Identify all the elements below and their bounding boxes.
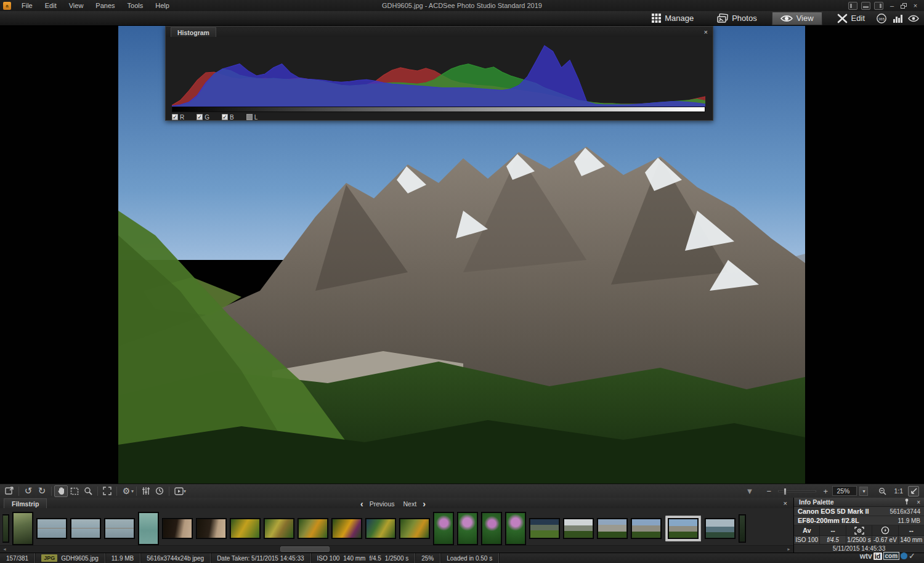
thumb-garden-5[interactable] bbox=[366, 519, 395, 538]
layout-bottom-pane-button[interactable] bbox=[861, 2, 870, 10]
collapse-panel-icon[interactable]: ▼ bbox=[746, 487, 754, 496]
filmstrip-tab[interactable]: Filmstrip bbox=[4, 498, 47, 508]
dashboard-icon[interactable] bbox=[890, 12, 906, 25]
rotate-right-icon[interactable]: ↻ bbox=[35, 485, 49, 497]
mode-manage-button[interactable]: Manage bbox=[643, 12, 702, 25]
auto-lens-icon[interactable] bbox=[153, 485, 166, 497]
thumb-mountain-4[interactable] bbox=[631, 519, 661, 538]
filmstrip-thumbnails bbox=[2, 510, 792, 547]
thumb-reflection-1[interactable] bbox=[37, 519, 67, 538]
thumb-bust-1[interactable] bbox=[163, 519, 192, 538]
thumb-mountain-1[interactable] bbox=[530, 519, 559, 538]
histogram-tab[interactable]: Histogram bbox=[171, 27, 216, 37]
external-editor-icon[interactable] bbox=[2, 485, 16, 497]
mode-bar: ManagePhotosViewEdit 365 bbox=[0, 11, 924, 26]
thumb-allium-1[interactable] bbox=[434, 512, 453, 545]
info-palette-title: Info Palette bbox=[794, 498, 834, 506]
pan-tool-icon[interactable] bbox=[54, 485, 68, 497]
format-badge: JPG bbox=[41, 554, 57, 562]
previous-chevron-icon[interactable]: ‹ bbox=[360, 501, 363, 507]
close-button[interactable]: × bbox=[910, 1, 920, 10]
zoom-out-button[interactable]: − bbox=[764, 485, 773, 497]
viewer-area: Histogram × ✓R✓G✓BL bbox=[0, 26, 924, 484]
mode-edit-button[interactable]: Edit bbox=[829, 12, 873, 25]
gear-dropdown-caret-icon[interactable]: ▾ bbox=[131, 488, 134, 494]
status-zoom: 25% bbox=[415, 553, 440, 563]
select-tool-icon[interactable] bbox=[68, 485, 81, 497]
thumb-garden-1[interactable] bbox=[230, 519, 260, 538]
minimize-button[interactable]: – bbox=[887, 1, 897, 10]
thumb-garden-4[interactable] bbox=[332, 519, 362, 538]
thumb-allium-4[interactable] bbox=[506, 512, 525, 545]
thumb-garden-2[interactable] bbox=[264, 519, 294, 538]
scroll-right-icon[interactable]: ► bbox=[787, 547, 791, 551]
thumb-garden-6[interactable] bbox=[400, 519, 429, 538]
thumb-statue-clipped[interactable] bbox=[2, 515, 9, 542]
layout-right-pane-button[interactable] bbox=[874, 2, 883, 10]
thumb-reflection-2[interactable] bbox=[71, 519, 100, 538]
unchecked-checkbox-icon[interactable] bbox=[246, 114, 253, 120]
focal-length-value: 140 mm bbox=[899, 536, 924, 544]
acdsee-365-icon[interactable]: 365 bbox=[873, 12, 890, 25]
seedrive-icon[interactable] bbox=[906, 12, 922, 25]
zoom-in-button[interactable]: + bbox=[821, 485, 830, 497]
exposure-adjust-icon[interactable] bbox=[139, 485, 153, 497]
zoom-tool-icon[interactable] bbox=[81, 485, 95, 497]
scroll-left-icon[interactable]: ◄ bbox=[2, 547, 7, 551]
histogram-close-icon[interactable]: × bbox=[699, 28, 713, 36]
filmstrip-scrollbar[interactable]: ◄ ► bbox=[0, 545, 793, 552]
thumb-statue[interactable] bbox=[13, 512, 33, 545]
mode-view-button[interactable]: View bbox=[772, 12, 822, 25]
layout-left-pane-button[interactable] bbox=[848, 2, 857, 10]
channel-toggle-r[interactable]: ✓R bbox=[172, 114, 184, 121]
white-balance-value: -- bbox=[820, 525, 846, 535]
menu-file[interactable]: File bbox=[15, 0, 39, 11]
thumb-garden-3[interactable] bbox=[298, 519, 328, 538]
status-position: 157/381 bbox=[0, 553, 35, 563]
menu-panes[interactable]: Panes bbox=[89, 0, 121, 11]
thumb-tower-reflection[interactable] bbox=[139, 512, 158, 545]
histogram-channel-toggles: ✓R✓G✓BL bbox=[172, 112, 705, 121]
thumb-allium-3[interactable] bbox=[482, 512, 501, 545]
next-chevron-icon[interactable]: › bbox=[423, 501, 426, 507]
thumb-reflection-3[interactable] bbox=[105, 519, 134, 538]
menu-edit[interactable]: Edit bbox=[39, 0, 63, 11]
menu-view[interactable]: View bbox=[63, 0, 90, 11]
channel-toggle-b[interactable]: ✓B bbox=[222, 114, 234, 121]
checked-checkbox-icon[interactable]: ✓ bbox=[172, 114, 178, 120]
previous-button[interactable]: Previous bbox=[370, 500, 395, 508]
thumb-mountain-3[interactable] bbox=[598, 519, 627, 538]
slideshow-dropdown-caret-icon[interactable]: ▾ bbox=[184, 488, 186, 494]
zoom-menu-icon[interactable] bbox=[875, 485, 889, 497]
zoom-slider[interactable] bbox=[778, 490, 816, 492]
checked-checkbox-icon[interactable]: ✓ bbox=[197, 114, 203, 120]
rotate-left-icon[interactable]: ↺ bbox=[22, 485, 35, 497]
thumb-bust-2[interactable] bbox=[197, 519, 226, 538]
thumb-lake-castle[interactable] bbox=[705, 519, 735, 538]
filmstrip-close-icon[interactable]: × bbox=[784, 500, 787, 507]
grid-icon bbox=[652, 14, 661, 23]
channel-toggle-l[interactable]: L bbox=[246, 114, 258, 121]
pin-icon[interactable] bbox=[901, 498, 913, 506]
fit-to-window-button[interactable] bbox=[908, 486, 919, 496]
fit-image-icon[interactable] bbox=[100, 485, 114, 497]
thumb-edge-clipped[interactable] bbox=[739, 515, 745, 542]
mode-photos-button[interactable]: Photos bbox=[708, 12, 765, 25]
menu-tools[interactable]: Tools bbox=[121, 0, 150, 11]
menu-help[interactable]: Help bbox=[149, 0, 176, 11]
restore-button[interactable] bbox=[901, 3, 907, 9]
filmstrip-scrollbar-thumb[interactable] bbox=[280, 546, 330, 552]
thumb-mountain-2[interactable] bbox=[564, 519, 593, 538]
thumb-allium-2[interactable] bbox=[458, 512, 477, 545]
selected-thumbnail-frame[interactable] bbox=[665, 516, 701, 541]
zoom-percent-field[interactable]: 25% bbox=[832, 486, 857, 496]
thumb-mountain-selected[interactable] bbox=[668, 519, 698, 538]
zoom-slider-thumb[interactable] bbox=[784, 488, 787, 495]
camera-model: Canon EOS 5D Mark II bbox=[798, 508, 869, 515]
next-button[interactable]: Next bbox=[403, 500, 417, 508]
channel-toggle-g[interactable]: ✓G bbox=[197, 114, 209, 121]
info-palette-close-icon[interactable]: × bbox=[913, 499, 924, 506]
actual-size-button[interactable]: 1:1 bbox=[894, 487, 903, 495]
checked-checkbox-icon[interactable]: ✓ bbox=[222, 114, 228, 120]
zoom-dropdown-caret-icon[interactable]: ▾ bbox=[859, 487, 868, 496]
